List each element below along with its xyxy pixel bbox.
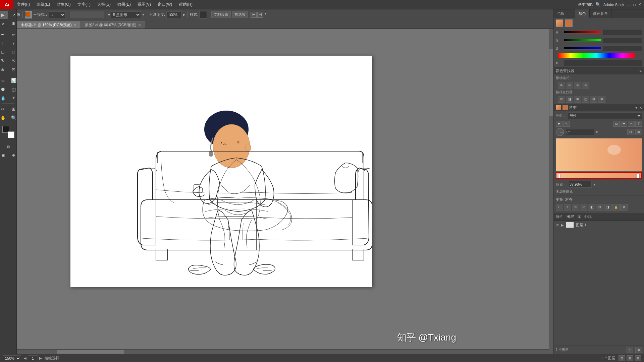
tx-align-left[interactable]: ◧ [588, 204, 595, 210]
color-finder-header[interactable]: 颜色查找器 ▶ [554, 67, 644, 74]
tab-document-1[interactable]: 未标题-1* @ 150% (RGB/预览) ✕ [17, 21, 81, 28]
paintbucket-tool[interactable]: ⬟ [0, 85, 8, 93]
slice-tool[interactable]: ✂ [0, 105, 8, 113]
stop-right[interactable] [637, 174, 640, 178]
gradient-mini-swatch-1[interactable] [556, 105, 561, 110]
r-slider[interactable] [564, 31, 601, 34]
g-input[interactable] [603, 37, 642, 43]
tab-document-2[interactable]: 插图2.ai @ 66.67% (RGB/预览) ✕ [81, 21, 146, 28]
gradient-mini-swatch-2[interactable] [562, 105, 568, 110]
stroke-color-box[interactable] [25, 11, 32, 18]
menu-edit[interactable]: 编辑(E) [33, 0, 53, 9]
tab-1-close[interactable]: ✕ [74, 23, 76, 27]
intersect-icon[interactable]: ⊗ [574, 82, 581, 88]
solid-swatch[interactable] [565, 19, 573, 27]
background-color[interactable] [8, 131, 14, 138]
angle-extra-2[interactable]: ⊞ [635, 129, 642, 135]
gradient-type-select[interactable]: 线性 [567, 112, 642, 119]
b-slider[interactable] [564, 47, 601, 50]
tab-layers[interactable]: 图层 [567, 214, 574, 220]
close-button[interactable]: ✕ [638, 2, 641, 7]
tab-2-close[interactable]: ✕ [138, 23, 141, 27]
stroke-size-select[interactable]: 5 点圆形 [111, 11, 141, 18]
workspace-label[interactable]: 基本功能 [578, 2, 593, 7]
canvas-area[interactable]: 知乎 @Txiang [17, 29, 553, 354]
transform-label[interactable]: 变换 [556, 197, 563, 202]
opacity-input[interactable] [166, 11, 181, 18]
tx-rotate-cw[interactable]: ↻ [572, 204, 579, 210]
tx-align-center[interactable]: ⊡ [596, 204, 603, 210]
pf-divide-icon[interactable]: ⊡ [558, 96, 565, 103]
h-scrollbar-thumb[interactable] [57, 350, 124, 354]
gradient-section-expand[interactable]: ▼ [635, 106, 638, 110]
stop-left[interactable] [558, 174, 561, 178]
angle-wheel[interactable] [556, 128, 564, 136]
grd-reverse-icon[interactable]: ⇄ [556, 121, 562, 127]
pf-outline-icon[interactable]: ⊟ [590, 96, 597, 103]
menu-file[interactable]: 文件(F) [13, 0, 33, 9]
new-layer-button[interactable]: + [627, 347, 633, 353]
menu-window[interactable]: 窗口(W) [154, 0, 175, 9]
tab-appearance[interactable]: 外观 [584, 214, 592, 220]
direct-selection-tool[interactable]: ↗ [9, 11, 19, 19]
brush-mode-select[interactable]: ○ [49, 11, 66, 18]
next-page-button[interactable]: ▶ [39, 356, 42, 360]
minus-icon[interactable]: ⊖ [566, 82, 573, 88]
tx-extra[interactable]: ⊠ [620, 204, 628, 210]
brush-mode[interactable]: 摸拟： [37, 12, 48, 17]
angle-input[interactable] [565, 129, 594, 135]
hex-input[interactable] [564, 60, 642, 66]
pf-trim-icon[interactable]: ◨ [566, 96, 573, 103]
align-center-icon[interactable]: ⊣ [257, 12, 263, 18]
stroke-input[interactable] [70, 11, 104, 18]
unite-icon[interactable]: ⊕ [558, 82, 565, 88]
behind-mode[interactable]: ⊡ [3, 142, 13, 150]
tx-v-flip[interactable]: ⊤ [564, 204, 571, 210]
tx-rotate-ccw[interactable]: ↺ [580, 204, 587, 210]
angle-dropdown[interactable]: ▼ [595, 130, 599, 134]
align-left-icon[interactable]: ⊢ [251, 12, 257, 18]
pen-tool[interactable]: ✒ [0, 31, 8, 39]
layer-expand-toggle[interactable]: ▶ [561, 223, 564, 227]
tab-swatch[interactable]: 色板 [554, 9, 568, 18]
g-slider[interactable] [564, 39, 601, 42]
screen-mode-icon[interactable]: ▣ [0, 151, 8, 159]
color-finder-toggle[interactable]: ▶ [640, 69, 642, 73]
doc-settings-button[interactable]: 文档设置 [211, 11, 231, 18]
horizontal-scrollbar[interactable] [17, 349, 549, 354]
eyedropper-tool[interactable]: 💧 [0, 94, 8, 102]
status-icon-1[interactable]: ⊡ [619, 355, 625, 361]
normal-mode[interactable]: □ [0, 142, 3, 150]
brush-icon[interactable]: ✏ [34, 12, 37, 17]
vertical-scrollbar[interactable] [549, 29, 553, 354]
align-arrow[interactable]: ▼ [264, 12, 267, 18]
pf-merge-icon[interactable]: ⊞ [574, 96, 581, 103]
menu-select[interactable]: 选择(S) [94, 0, 114, 9]
r-input[interactable] [603, 29, 642, 35]
tx-align-right[interactable]: ◨ [604, 204, 611, 210]
gradient-section-close[interactable]: ✕ [639, 106, 642, 110]
style-box[interactable] [200, 11, 207, 18]
zoom-select[interactable]: 150% [3, 355, 21, 361]
pf-crop-icon[interactable]: ◫ [582, 96, 589, 103]
search-icon[interactable]: 🔍 [595, 2, 601, 7]
selection-tool[interactable]: ▶ [0, 11, 8, 19]
tab-properties[interactable]: 属性 [556, 214, 563, 220]
menu-help[interactable]: 帮助(H) [175, 0, 196, 9]
rect-tool[interactable]: □ [0, 48, 8, 56]
grd-option-3[interactable]: ⊣ [628, 121, 635, 127]
symbol-tool[interactable]: ☆ [0, 76, 8, 84]
layer-visibility-toggle[interactable]: 👁 [556, 223, 559, 227]
tab-color[interactable]: 颜色 [575, 9, 590, 18]
preferences-button[interactable]: 首选项 [232, 11, 248, 18]
tab-color-panel[interactable] [568, 9, 575, 18]
menu-effect[interactable]: 效果(E) [114, 0, 134, 9]
position-input[interactable] [568, 181, 592, 188]
position-dropdown[interactable]: ▼ [593, 183, 596, 186]
adobe-stock-label[interactable]: Adobe Stock [603, 3, 624, 7]
opacity-arrow[interactable]: ▶ [183, 13, 185, 16]
prev-page-button[interactable]: ◀ [24, 356, 26, 360]
delete-layer-button[interactable]: 🗑 [635, 347, 642, 353]
b-input[interactable] [603, 45, 642, 51]
gradient-stop-bar[interactable] [556, 172, 642, 179]
